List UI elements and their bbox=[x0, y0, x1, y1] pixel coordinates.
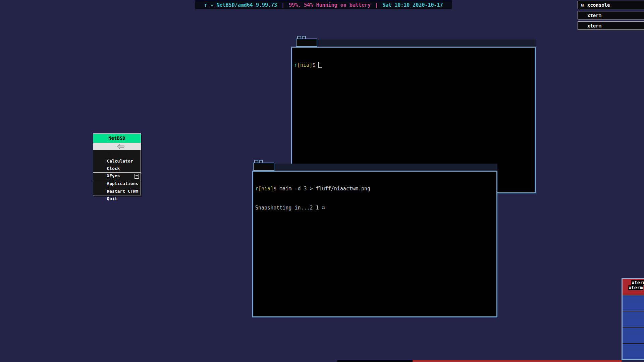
status-battery: 99%, 54% Running on battery bbox=[289, 2, 371, 8]
terminal-line: r[nia]$ bbox=[294, 62, 533, 68]
terminal-command: maim -d 3 > fluff/niaactwm.png bbox=[279, 186, 370, 192]
terminal-line: r[nia]$maim -d 3 > fluff/niaactwm.png bbox=[255, 186, 494, 192]
menu-item-restart-ctwm[interactable]: Restart CTWM bbox=[93, 180, 141, 188]
icon-manager-label: xterm bbox=[587, 23, 601, 28]
prompt-symbol: $ bbox=[312, 62, 315, 68]
menu-item-calculator[interactable]: Calculator bbox=[93, 150, 141, 158]
menu-item-applications[interactable]: Applications bbox=[93, 172, 141, 180]
icon-manager-label: xterm bbox=[587, 13, 601, 18]
prompt-user: [nia] bbox=[297, 62, 312, 68]
prompt-symbol: $ bbox=[273, 186, 276, 192]
titlebar-strip[interactable] bbox=[317, 40, 536, 47]
menu-item-terminal[interactable]: Terminal bbox=[93, 143, 141, 150]
terminal-output: Snapshotting in...2 1 ☺ bbox=[255, 205, 325, 211]
menu-item-quit[interactable]: Quit bbox=[93, 188, 141, 195]
workspace-cell[interactable] bbox=[623, 344, 644, 359]
icon-manager: ⊠ xconsole xterm xterm bbox=[578, 1, 644, 32]
titlebar-strip[interactable] bbox=[274, 164, 497, 171]
root-menu: NetBSD Terminal Calculator Clock XEyes A… bbox=[93, 133, 141, 195]
terminal-line: Snapshotting in...2 1 ☺ bbox=[255, 205, 494, 211]
workspace-cell[interactable] bbox=[623, 327, 644, 343]
prompt-host: r bbox=[294, 62, 297, 68]
icon-manager-label: xconsole bbox=[587, 2, 610, 8]
status-system-version: r - NetBSD/amd64 9.99.73 bbox=[204, 2, 277, 8]
workspace-cell[interactable] bbox=[623, 295, 644, 311]
workspace-cell[interactable] bbox=[623, 311, 644, 327]
prompt-host: r bbox=[255, 186, 258, 192]
workspace-window-label: xterm bbox=[631, 280, 644, 285]
window-title-tab[interactable]: uxterm bbox=[253, 163, 274, 171]
mouse-cursor-icon bbox=[117, 144, 125, 149]
window-title-tab[interactable]: uxterm bbox=[296, 39, 317, 47]
prompt-user: [nia] bbox=[258, 186, 273, 192]
menu-item-xeyes[interactable]: XEyes bbox=[93, 165, 141, 172]
bottom-strip-red bbox=[413, 360, 622, 362]
menu-item-clock[interactable]: Clock bbox=[93, 158, 141, 165]
workspace-window-label: xterm bbox=[628, 285, 643, 290]
terminal-cursor bbox=[318, 62, 322, 68]
workspace-manager: xterm xterm bbox=[622, 278, 644, 360]
submenu-icon bbox=[135, 174, 139, 179]
menu-item-label: Quit bbox=[107, 196, 117, 201]
iconified-icon: ⊠ bbox=[578, 2, 587, 8]
icon-manager-item-xterm-2[interactable]: xterm bbox=[578, 21, 644, 30]
icon-manager-item-xconsole[interactable]: ⊠ xconsole bbox=[578, 1, 644, 9]
status-clock: Sat 10:10 2020-10-17 bbox=[382, 2, 443, 8]
workspace-cell-active[interactable]: xterm xterm bbox=[623, 279, 644, 295]
menu-title: NetBSD bbox=[93, 134, 141, 143]
status-separator: | bbox=[281, 2, 284, 8]
status-bar: r - NetBSD/amd64 9.99.73 | 99%, 54% Runn… bbox=[195, 0, 452, 9]
desktop: { "colors": { "desktop_bg": "#232448", "… bbox=[0, 0, 644, 362]
terminal-screen[interactable]: r[nia]$maim -d 3 > fluff/niaactwm.png Sn… bbox=[252, 171, 497, 317]
icon-manager-item-xterm-1[interactable]: xterm bbox=[578, 11, 644, 19]
status-separator: | bbox=[375, 2, 378, 8]
bottom-strip-black bbox=[337, 360, 413, 362]
